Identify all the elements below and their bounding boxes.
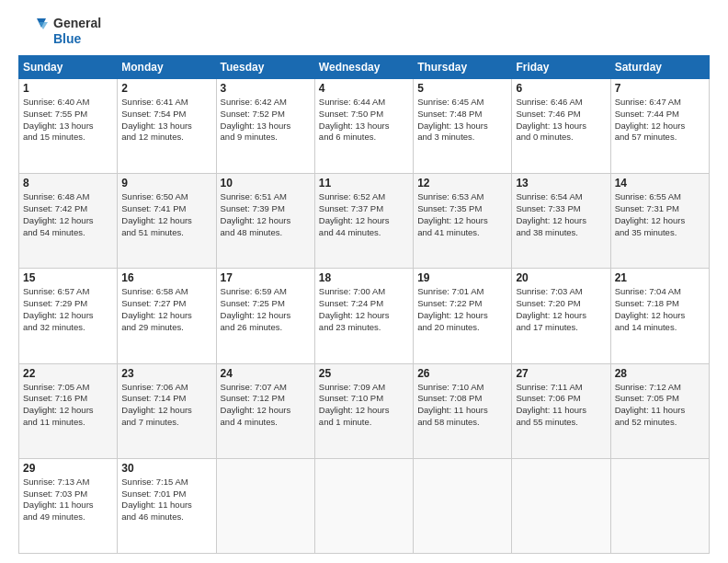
column-header-sunday: Sunday <box>19 56 118 79</box>
day-cell: 25Sunrise: 7:09 AM Sunset: 7:10 PM Dayli… <box>314 363 413 458</box>
day-info: Sunrise: 7:12 AM Sunset: 7:05 PM Dayligh… <box>615 382 705 429</box>
day-cell: 26Sunrise: 7:10 AM Sunset: 7:08 PM Dayli… <box>414 363 512 458</box>
day-info: Sunrise: 7:04 AM Sunset: 7:18 PM Dayligh… <box>615 286 705 333</box>
day-info: Sunrise: 6:42 AM Sunset: 7:52 PM Dayligh… <box>221 97 311 144</box>
logo: General Blue <box>18 15 101 48</box>
week-row-4: 22Sunrise: 7:05 AM Sunset: 7:16 PM Dayli… <box>19 363 710 458</box>
day-number: 6 <box>516 82 606 95</box>
day-info: Sunrise: 7:13 AM Sunset: 7:03 PM Dayligh… <box>23 477 113 523</box>
column-header-wednesday: Wednesday <box>314 56 413 79</box>
day-info: Sunrise: 7:09 AM Sunset: 7:10 PM Dayligh… <box>319 382 409 429</box>
day-info: Sunrise: 6:52 AM Sunset: 7:37 PM Dayligh… <box>319 191 409 238</box>
day-cell: 5Sunrise: 6:45 AM Sunset: 7:48 PM Daylig… <box>414 79 512 174</box>
day-cell: 10Sunrise: 6:51 AM Sunset: 7:39 PM Dayli… <box>216 174 314 269</box>
logo-text-general: General <box>53 16 101 31</box>
day-cell: 13Sunrise: 6:54 AM Sunset: 7:33 PM Dayli… <box>512 174 610 269</box>
day-number: 30 <box>121 462 211 475</box>
day-cell: 19Sunrise: 7:01 AM Sunset: 7:22 PM Dayli… <box>414 269 512 363</box>
day-info: Sunrise: 7:03 AM Sunset: 7:20 PM Dayligh… <box>516 286 606 333</box>
day-cell: 3Sunrise: 6:42 AM Sunset: 7:52 PM Daylig… <box>216 79 314 174</box>
day-cell: 28Sunrise: 7:12 AM Sunset: 7:05 PM Dayli… <box>610 363 709 458</box>
day-cell <box>610 458 709 553</box>
day-info: Sunrise: 7:01 AM Sunset: 7:22 PM Dayligh… <box>417 286 507 333</box>
day-number: 19 <box>417 271 507 284</box>
day-cell: 24Sunrise: 7:07 AM Sunset: 7:12 PM Dayli… <box>216 363 314 458</box>
day-info: Sunrise: 6:41 AM Sunset: 7:54 PM Dayligh… <box>121 97 211 144</box>
week-row-2: 8Sunrise: 6:48 AM Sunset: 7:42 PM Daylig… <box>19 174 710 269</box>
day-info: Sunrise: 7:10 AM Sunset: 7:08 PM Dayligh… <box>417 382 507 429</box>
page: General Blue SundayMondayTuesdayWednesda… <box>0 0 728 563</box>
day-cell: 11Sunrise: 6:52 AM Sunset: 7:37 PM Dayli… <box>314 174 413 269</box>
day-cell: 16Sunrise: 6:58 AM Sunset: 7:27 PM Dayli… <box>118 269 216 363</box>
day-cell: 18Sunrise: 7:00 AM Sunset: 7:24 PM Dayli… <box>314 269 413 363</box>
day-info: Sunrise: 6:47 AM Sunset: 7:44 PM Dayligh… <box>615 97 705 144</box>
day-number: 16 <box>121 271 211 284</box>
logo-bird-icon <box>18 15 51 48</box>
day-info: Sunrise: 6:58 AM Sunset: 7:27 PM Dayligh… <box>121 286 211 333</box>
day-info: Sunrise: 6:59 AM Sunset: 7:25 PM Dayligh… <box>221 286 311 333</box>
day-cell: 21Sunrise: 7:04 AM Sunset: 7:18 PM Dayli… <box>610 269 709 363</box>
day-info: Sunrise: 7:05 AM Sunset: 7:16 PM Dayligh… <box>23 382 113 429</box>
day-info: Sunrise: 7:15 AM Sunset: 7:01 PM Dayligh… <box>121 477 211 523</box>
day-number: 21 <box>615 271 705 284</box>
day-number: 18 <box>319 271 409 284</box>
day-info: Sunrise: 7:00 AM Sunset: 7:24 PM Dayligh… <box>319 286 409 333</box>
day-cell <box>512 458 610 553</box>
day-cell: 30Sunrise: 7:15 AM Sunset: 7:01 PM Dayli… <box>118 458 216 553</box>
day-cell <box>414 458 512 553</box>
week-row-3: 15Sunrise: 6:57 AM Sunset: 7:29 PM Dayli… <box>19 269 710 363</box>
day-cell: 27Sunrise: 7:11 AM Sunset: 7:06 PM Dayli… <box>512 363 610 458</box>
day-number: 7 <box>615 82 705 95</box>
svg-marker-1 <box>39 22 48 29</box>
day-info: Sunrise: 6:54 AM Sunset: 7:33 PM Dayligh… <box>516 191 606 238</box>
day-number: 26 <box>417 367 507 380</box>
day-number: 8 <box>23 177 113 190</box>
calendar-header-row: SundayMondayTuesdayWednesdayThursdayFrid… <box>19 56 710 79</box>
column-header-thursday: Thursday <box>414 56 512 79</box>
day-info: Sunrise: 7:06 AM Sunset: 7:14 PM Dayligh… <box>121 382 211 429</box>
calendar-table: SundayMondayTuesdayWednesdayThursdayFrid… <box>18 55 710 554</box>
day-cell: 29Sunrise: 7:13 AM Sunset: 7:03 PM Dayli… <box>19 458 118 553</box>
day-number: 5 <box>417 82 507 95</box>
day-cell <box>216 458 314 553</box>
day-number: 28 <box>615 367 705 380</box>
day-number: 2 <box>121 82 211 95</box>
day-info: Sunrise: 6:50 AM Sunset: 7:41 PM Dayligh… <box>121 191 211 238</box>
week-row-5: 29Sunrise: 7:13 AM Sunset: 7:03 PM Dayli… <box>19 458 710 553</box>
day-info: Sunrise: 6:46 AM Sunset: 7:46 PM Dayligh… <box>516 97 606 144</box>
day-info: Sunrise: 6:45 AM Sunset: 7:48 PM Dayligh… <box>417 97 507 144</box>
day-info: Sunrise: 6:57 AM Sunset: 7:29 PM Dayligh… <box>23 286 113 333</box>
day-number: 12 <box>417 177 507 190</box>
day-cell: 23Sunrise: 7:06 AM Sunset: 7:14 PM Dayli… <box>118 363 216 458</box>
day-cell: 7Sunrise: 6:47 AM Sunset: 7:44 PM Daylig… <box>610 79 709 174</box>
day-number: 17 <box>221 271 311 284</box>
day-number: 25 <box>319 367 409 380</box>
logo-text-blue: Blue <box>53 31 101 47</box>
day-cell: 4Sunrise: 6:44 AM Sunset: 7:50 PM Daylig… <box>314 79 413 174</box>
day-number: 27 <box>516 367 606 380</box>
column-header-monday: Monday <box>118 56 216 79</box>
day-number: 24 <box>221 367 311 380</box>
day-info: Sunrise: 6:53 AM Sunset: 7:35 PM Dayligh… <box>417 191 507 238</box>
day-info: Sunrise: 6:51 AM Sunset: 7:39 PM Dayligh… <box>221 191 311 238</box>
day-cell: 6Sunrise: 6:46 AM Sunset: 7:46 PM Daylig… <box>512 79 610 174</box>
day-number: 1 <box>23 82 113 95</box>
column-header-friday: Friday <box>512 56 610 79</box>
day-number: 3 <box>221 82 311 95</box>
day-info: Sunrise: 6:55 AM Sunset: 7:31 PM Dayligh… <box>615 191 705 238</box>
week-row-1: 1Sunrise: 6:40 AM Sunset: 7:55 PM Daylig… <box>19 79 710 174</box>
logo-graphic: General Blue <box>18 15 101 48</box>
header: General Blue <box>18 15 710 48</box>
day-cell <box>314 458 413 553</box>
day-number: 14 <box>615 177 705 190</box>
day-cell: 2Sunrise: 6:41 AM Sunset: 7:54 PM Daylig… <box>118 79 216 174</box>
day-number: 15 <box>23 271 113 284</box>
day-cell: 20Sunrise: 7:03 AM Sunset: 7:20 PM Dayli… <box>512 269 610 363</box>
day-number: 11 <box>319 177 409 190</box>
day-info: Sunrise: 7:07 AM Sunset: 7:12 PM Dayligh… <box>221 382 311 429</box>
day-cell: 15Sunrise: 6:57 AM Sunset: 7:29 PM Dayli… <box>19 269 118 363</box>
day-cell: 8Sunrise: 6:48 AM Sunset: 7:42 PM Daylig… <box>19 174 118 269</box>
day-cell: 17Sunrise: 6:59 AM Sunset: 7:25 PM Dayli… <box>216 269 314 363</box>
day-info: Sunrise: 6:48 AM Sunset: 7:42 PM Dayligh… <box>23 191 113 238</box>
day-number: 22 <box>23 367 113 380</box>
